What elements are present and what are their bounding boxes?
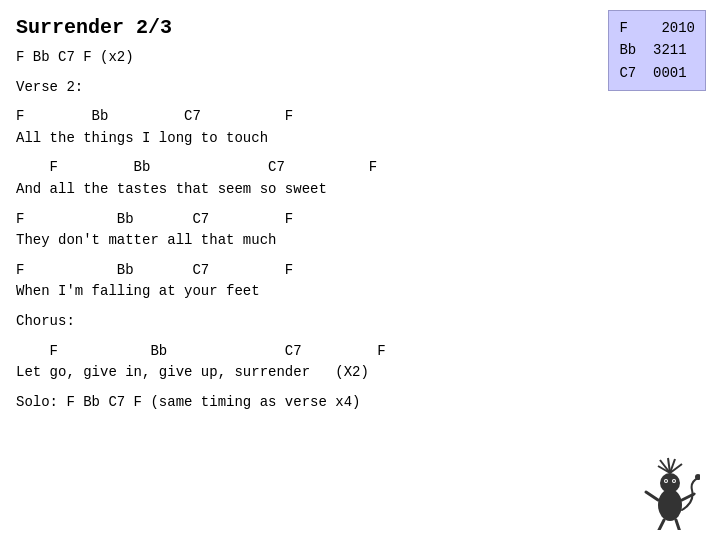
chord-f: F 2010 (619, 17, 695, 39)
svg-point-1 (660, 473, 680, 493)
chord-chart: F 2010 Bb 3211 C7 0001 (608, 10, 706, 91)
intro-line: F Bb C7 F (x2) (16, 48, 704, 68)
chorus-lyrics: Let go, give in, give up, surrender (X2) (16, 363, 704, 383)
verse3-chords: F Bb C7 F (16, 210, 704, 230)
chord-c7: C7 0001 (619, 62, 695, 84)
verse1-lyrics: All the things I long to touch (16, 129, 704, 149)
chorus-chords: F Bb C7 F (16, 342, 704, 362)
svg-line-13 (658, 520, 664, 530)
chorus-label: Chorus: (16, 312, 704, 332)
svg-point-0 (658, 489, 682, 521)
verse4-chords: F Bb C7 F (16, 261, 704, 281)
page-title: Surrender 2/3 (16, 14, 704, 42)
verse2-chords: F Bb C7 F (16, 158, 704, 178)
verse4-lyrics: When I'm falling at your feet (16, 282, 704, 302)
verse-label: Verse 2: (16, 78, 704, 98)
solo-line: Solo: F Bb C7 F (same timing as verse x4… (16, 393, 704, 413)
verse2-lyrics: And all the tastes that seem so sweet (16, 180, 704, 200)
chord-bb: Bb 3211 (619, 39, 695, 61)
verse3-lyrics: They don't matter all that much (16, 231, 704, 251)
decorative-creature (640, 450, 700, 530)
svg-line-11 (646, 492, 658, 500)
svg-point-10 (673, 480, 675, 482)
svg-line-14 (676, 520, 680, 530)
verse1-chords: F Bb C7 F (16, 107, 704, 127)
svg-point-9 (665, 480, 667, 482)
